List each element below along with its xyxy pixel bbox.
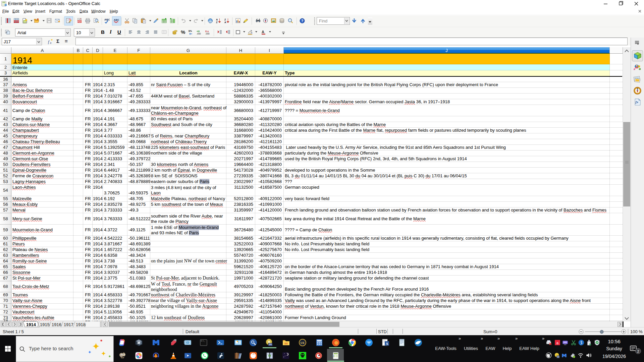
svg-text:.000: .000 <box>205 33 210 35</box>
svg-text:A: A <box>386 342 388 346</box>
svg-text:A: A <box>224 21 226 23</box>
svg-text:$%: $% <box>189 30 192 33</box>
svg-text:a: a <box>556 341 559 345</box>
svg-text:a: a <box>6 31 7 33</box>
svg-text:ABC: ABC <box>104 18 110 21</box>
svg-text:PDF: PDF <box>78 21 82 23</box>
svg-text:ABC: ABC <box>114 18 119 21</box>
svg-text:?: ? <box>301 19 304 23</box>
svg-text:Z: Z <box>216 21 218 23</box>
svg-text:A: A <box>262 30 264 34</box>
svg-text:fx: fx <box>635 100 639 104</box>
svg-text:C:\_: C:\_ <box>201 340 205 342</box>
svg-text:UE: UE <box>301 341 305 345</box>
svg-text:.000: .000 <box>197 33 201 35</box>
svg-text:x: x <box>50 41 52 44</box>
